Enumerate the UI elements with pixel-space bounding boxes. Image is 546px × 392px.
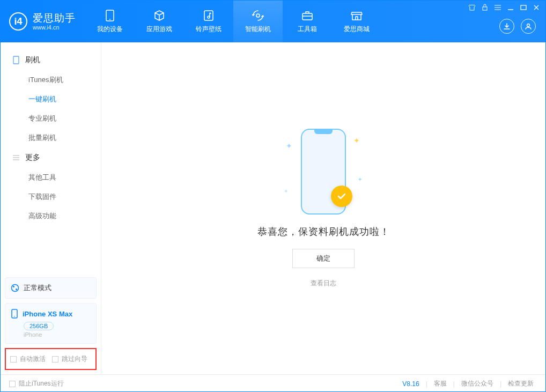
nav-ringtones-wallpapers[interactable]: 铃声壁纸	[184, 1, 233, 42]
cube-icon	[152, 10, 166, 21]
svg-point-8	[527, 24, 530, 27]
checkmark-badge-icon	[331, 186, 352, 207]
header-bar: i4 爱思助手 www.i4.cn 我的设备 应用游戏 铃声壁纸 智能刷机 工具…	[1, 1, 545, 42]
logo-icon: i4	[9, 12, 27, 31]
nav-label: 应用游戏	[146, 25, 172, 34]
brand-name: 爱思助手	[33, 12, 76, 24]
more-lines-icon	[12, 154, 20, 161]
briefcase-icon	[300, 10, 314, 21]
sidebar-item-batch-flash[interactable]: 批量刷机	[1, 128, 101, 147]
store-icon	[350, 10, 364, 21]
nav-toolbox[interactable]: 工具箱	[283, 1, 332, 42]
device-box[interactable]: iPhone XS Max 256GB iPhone	[5, 303, 97, 344]
lock-icon[interactable]	[481, 4, 489, 11]
nav-smart-flash[interactable]: 智能刷机	[233, 1, 283, 42]
nav-label: 工具箱	[298, 25, 317, 34]
minimize-button[interactable]	[507, 4, 514, 11]
music-icon	[202, 10, 216, 21]
checkbox-label: 阻止iTunes运行	[19, 379, 64, 388]
sparkle-icon: ✦	[286, 142, 292, 150]
checkbox-skip-guide[interactable]: 跳过向导	[52, 354, 87, 364]
svg-point-3	[208, 16, 210, 18]
sidebar-section-more: 更多	[1, 147, 101, 168]
device-icon	[11, 309, 18, 319]
checkbox-icon	[10, 356, 17, 363]
checkbox-label: 跳过向导	[62, 354, 87, 364]
sidebar-item-one-click-flash[interactable]: 一键刷机	[1, 90, 101, 109]
checkbox-block-itunes[interactable]: 阻止iTunes运行	[9, 379, 64, 388]
checkbox-icon	[9, 381, 16, 387]
svg-rect-6	[483, 7, 487, 10]
checkbox-label: 自动激活	[20, 354, 46, 364]
svg-rect-7	[521, 5, 526, 10]
shirt-icon[interactable]	[468, 4, 476, 11]
maximize-button[interactable]	[520, 4, 527, 11]
sidebar-item-advanced[interactable]: 高级功能	[1, 206, 101, 226]
user-button[interactable]	[521, 19, 536, 34]
svg-rect-2	[204, 11, 213, 20]
device-type: iPhone	[24, 331, 91, 338]
menu-icon[interactable]	[494, 4, 501, 11]
version-label: V8.16	[402, 380, 419, 388]
section-label: 刷机	[25, 55, 40, 65]
sidebar-item-download-firmware[interactable]: 下载固件	[1, 187, 101, 206]
download-button[interactable]	[499, 19, 514, 34]
checkbox-icon	[52, 356, 58, 363]
svg-point-10	[12, 285, 19, 292]
section-label: 更多	[25, 153, 40, 162]
footer-link-check-update[interactable]: 检查更新	[505, 379, 537, 388]
sidebar-item-itunes-flash[interactable]: iTunes刷机	[1, 70, 101, 90]
phone-icon	[103, 10, 117, 21]
main-panel: ✦ ✦ ✦ ✦ 恭喜您，保资料刷机成功啦！ 确定 查看日志	[101, 42, 545, 374]
svg-point-1	[109, 19, 110, 20]
ok-button[interactable]: 确定	[292, 249, 355, 268]
svg-point-4	[256, 14, 260, 17]
svg-point-12	[16, 289, 17, 290]
svg-point-11	[13, 286, 14, 287]
top-nav: 我的设备 应用游戏 铃声壁纸 智能刷机 工具箱 爱思商城	[85, 1, 381, 42]
mode-icon	[11, 284, 19, 292]
svg-rect-9	[13, 56, 19, 64]
checkbox-auto-activate[interactable]: 自动激活	[10, 354, 46, 364]
sidebar-section-flash: 刷机	[1, 50, 101, 70]
footer-link-support[interactable]: 客服	[431, 379, 450, 388]
sidebar-item-pro-flash[interactable]: 专业刷机	[1, 109, 101, 128]
nav-label: 智能刷机	[245, 25, 271, 34]
app-logo: i4 爱思助手 www.i4.cn	[1, 1, 85, 42]
nav-label: 爱思商城	[344, 25, 370, 34]
svg-rect-5	[302, 13, 312, 20]
nav-store[interactable]: 爱思商城	[332, 1, 381, 42]
nav-label: 铃声壁纸	[196, 25, 222, 34]
nav-apps-games[interactable]: 应用游戏	[135, 1, 184, 42]
sidebar-item-other-tools[interactable]: 其他工具	[1, 168, 101, 187]
success-message: 恭喜您，保资料刷机成功啦！	[257, 225, 390, 238]
view-log-link[interactable]: 查看日志	[311, 279, 336, 288]
success-illustration: ✦ ✦ ✦ ✦	[286, 129, 361, 215]
mode-box[interactable]: 正常模式	[5, 277, 97, 299]
device-capacity: 256GB	[24, 322, 54, 330]
nav-my-device[interactable]: 我的设备	[85, 1, 135, 42]
sparkle-icon: ✦	[353, 136, 360, 145]
window-controls	[468, 4, 540, 11]
nav-label: 我的设备	[97, 25, 123, 34]
mode-label: 正常模式	[24, 283, 51, 293]
options-highlight-box: 自动激活 跳过向导	[5, 348, 97, 370]
device-outline-icon	[12, 56, 20, 64]
sparkle-icon: ✦	[358, 176, 362, 182]
brand-url: www.i4.cn	[33, 24, 76, 31]
refresh-shield-icon	[251, 10, 265, 21]
sparkle-icon: ✦	[284, 188, 288, 194]
svg-point-14	[14, 316, 15, 317]
close-button[interactable]	[533, 4, 540, 11]
footer-link-wechat[interactable]: 微信公众号	[458, 379, 497, 388]
footer-bar: 阻止iTunes运行 V8.16 | 客服 | 微信公众号 | 检查更新	[1, 374, 545, 392]
sidebar: 刷机 iTunes刷机 一键刷机 专业刷机 批量刷机 更多 其他工具 下载固件 …	[1, 42, 101, 374]
device-name: iPhone XS Max	[23, 310, 72, 318]
